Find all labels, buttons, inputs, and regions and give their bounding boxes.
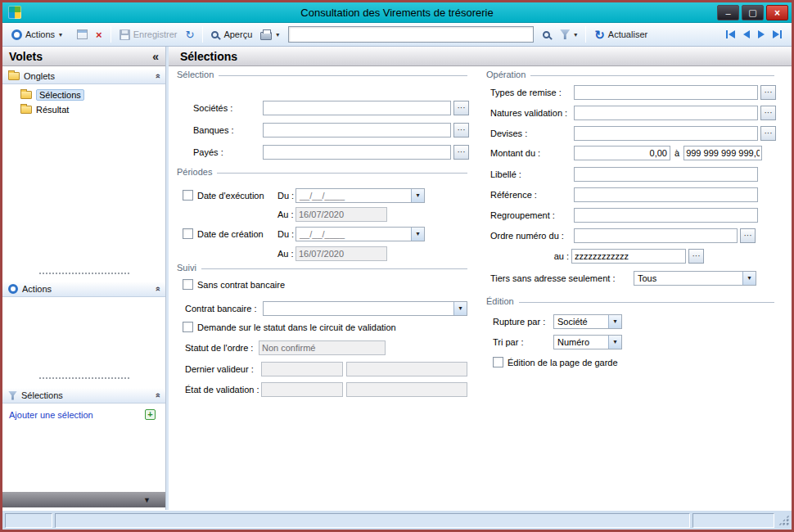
- date-creation-du-combo[interactable]: __/__/____ ▾: [295, 227, 425, 241]
- societes-browse-button[interactable]: ···: [453, 101, 469, 115]
- search-button[interactable]: [539, 29, 556, 40]
- ordre-numero-du-input[interactable]: [574, 228, 738, 243]
- chevron-down-icon: ▾: [276, 31, 279, 38]
- regroupement-input[interactable]: [574, 208, 758, 223]
- sans-contrat-label: Sans contrat bancaire: [197, 280, 285, 290]
- actions-menu-button[interactable]: Actions ▾: [7, 28, 66, 42]
- etat-validation-input-1: [261, 382, 343, 397]
- tree-item-resultat[interactable]: Résultat: [2, 102, 165, 116]
- date-creation-checkbox[interactable]: [183, 228, 193, 239]
- demande-statut-checkbox[interactable]: [183, 322, 193, 332]
- montant-du-label: Montant du :: [490, 148, 574, 158]
- maximize-button[interactable]: ▢: [742, 5, 764, 20]
- rupture-par-combo[interactable]: Société ▾: [553, 314, 622, 329]
- demande-statut-label: Demande sur le statut dans le circuit de…: [197, 322, 396, 332]
- sans-contrat-checkbox[interactable]: [183, 279, 193, 290]
- section-actions[interactable]: Actions »: [2, 281, 165, 297]
- reload-button[interactable]: ↻: [181, 28, 198, 42]
- group-operation: Opération: [486, 69, 774, 80]
- payes-input[interactable]: [263, 145, 451, 160]
- reference-input[interactable]: [574, 187, 758, 202]
- types-remise-browse-button[interactable]: ···: [760, 85, 776, 100]
- add-icon[interactable]: +: [145, 409, 156, 420]
- minimize-button[interactable]: –: [717, 5, 739, 20]
- resize-grip[interactable]: [778, 515, 789, 525]
- montant-max-input[interactable]: [683, 146, 762, 160]
- societes-input[interactable]: [263, 101, 451, 115]
- tree-item-selections[interactable]: Sélections: [2, 88, 165, 101]
- refresh-data-button[interactable]: ↻ Actualiser: [590, 27, 652, 43]
- devises-browse-button[interactable]: ···: [760, 126, 776, 141]
- date-creation-au-input: [295, 246, 387, 261]
- delete-icon: ×: [96, 29, 102, 40]
- banques-input[interactable]: [263, 123, 451, 138]
- date-mask-value: __/__/____: [300, 229, 345, 239]
- chevron-down-icon: ▾: [59, 31, 62, 38]
- next-record-button[interactable]: [755, 28, 768, 41]
- devises-input[interactable]: [574, 126, 758, 141]
- ordre-numero-du-browse-button[interactable]: ···: [740, 228, 756, 243]
- add-selection-link[interactable]: Ajouter une sélection: [9, 410, 93, 420]
- montant-min-input[interactable]: [574, 146, 670, 160]
- close-button[interactable]: ×: [766, 5, 788, 20]
- du-label: Du :: [277, 229, 295, 239]
- onglets-label: Onglets: [24, 71, 55, 81]
- ellipsis-icon: ···: [692, 251, 701, 260]
- chevron-down-icon[interactable]: ▾: [742, 272, 756, 285]
- section-selections[interactable]: Sélections »: [2, 387, 165, 404]
- chevron-down-icon[interactable]: ▾: [453, 302, 467, 315]
- chevron-down-icon[interactable]: ▾: [608, 315, 621, 328]
- etat-validation-label: État de validation :: [185, 385, 261, 394]
- chevron-down-icon[interactable]: ▾: [608, 336, 621, 349]
- natures-validation-input[interactable]: [574, 106, 758, 120]
- print-button[interactable]: ▾: [256, 28, 283, 42]
- chevron-down-icon: ▾: [574, 31, 577, 38]
- first-record-button[interactable]: [723, 28, 738, 41]
- tiers-value: Tous: [638, 273, 656, 283]
- page-garde-label: Édition de la page de garde: [508, 358, 618, 367]
- filter-button[interactable]: ▾: [556, 28, 581, 41]
- collapse-panel-button[interactable]: «: [152, 50, 159, 63]
- ordre-numero-du-label: Ordre numéro du :: [490, 231, 574, 241]
- natures-validation-browse-button[interactable]: ···: [760, 106, 776, 120]
- tri-par-label: Tri par :: [493, 337, 553, 347]
- section-onglets[interactable]: Onglets »: [2, 68, 165, 84]
- payes-browse-button[interactable]: ···: [453, 145, 469, 160]
- open-form-button[interactable]: [73, 28, 92, 41]
- preview-button[interactable]: Aperçu: [207, 28, 256, 41]
- chevron-down-icon[interactable]: ▾: [411, 189, 424, 202]
- tiers-combo[interactable]: Tous ▾: [634, 271, 756, 286]
- save-button[interactable]: Enregistrer: [115, 28, 182, 42]
- contrat-bancaire-combo[interactable]: ▾: [263, 301, 467, 316]
- date-execution-du-combo[interactable]: __/__/____ ▾: [295, 188, 425, 203]
- ordre-numero-au-browse-button[interactable]: ···: [688, 249, 704, 264]
- types-remise-input[interactable]: [574, 85, 758, 100]
- folder-icon: [8, 72, 20, 80]
- devises-label: Devises :: [490, 128, 574, 138]
- last-icon: [773, 30, 779, 38]
- banques-browse-button[interactable]: ···: [453, 123, 469, 138]
- tri-par-combo[interactable]: Numéro ▾: [553, 335, 622, 349]
- open-folder-icon: [20, 91, 32, 99]
- au-label: Au :: [277, 210, 295, 219]
- ordre-numero-au-input[interactable]: [571, 249, 686, 264]
- last-record-button[interactable]: [769, 28, 785, 41]
- types-remise-label: Types de remise :: [490, 88, 574, 97]
- du-label: Du :: [277, 191, 295, 201]
- group-selection: Sélection: [177, 69, 467, 80]
- reference-label: Référence :: [490, 190, 574, 200]
- date-execution-checkbox[interactable]: [183, 190, 193, 201]
- chevron-down-icon[interactable]: ▾: [411, 228, 424, 241]
- payes-label: Payés :: [193, 147, 263, 157]
- status-panel-3: [692, 513, 774, 528]
- page-garde-checkbox[interactable]: [493, 357, 503, 367]
- previous-record-button[interactable]: [740, 28, 753, 41]
- etat-validation-input-2: [346, 382, 467, 397]
- delete-button[interactable]: ×: [92, 28, 106, 42]
- sidebar-scroll-strip[interactable]: ▼: [2, 492, 165, 507]
- au-label: Au :: [277, 249, 295, 259]
- ellipsis-icon: ···: [765, 88, 773, 97]
- search-input[interactable]: [288, 26, 534, 43]
- dernier-valideur-input-1: [261, 362, 343, 376]
- libelle-input[interactable]: [574, 167, 758, 182]
